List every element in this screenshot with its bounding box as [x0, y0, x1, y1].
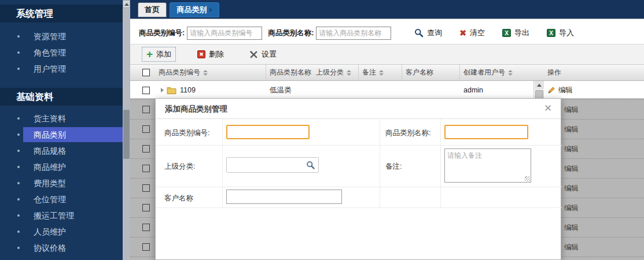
grid-toolbar: + 添加 ✖ 删除 设置	[130, 44, 644, 65]
sidebar-item-label: 人员维护	[34, 224, 66, 239]
search-icon[interactable]	[306, 161, 315, 170]
sidebar-item-label: 费用类型	[34, 176, 66, 191]
search-bar: 商品类别编号: 商品类别名称: 查询 ✖ 清空 X 导出 X 导入	[130, 22, 644, 44]
import-button[interactable]: X 导入	[547, 28, 574, 38]
bullet-icon	[17, 182, 20, 184]
bullet-icon	[17, 68, 20, 70]
modal-parent-combo[interactable]	[226, 157, 319, 173]
sidebar-scrollbar[interactable]	[123, 0, 130, 260]
header-customer-name[interactable]: 客户名称	[402, 65, 460, 80]
query-button[interactable]: 查询	[414, 28, 442, 38]
add-button[interactable]: + 添加	[142, 47, 176, 62]
select-all-checkbox[interactable]	[142, 69, 150, 76]
category-code-value: 1109	[180, 86, 196, 94]
sidebar-item-label: 商品维护	[34, 159, 66, 174]
category-code-label: 商品类别编号:	[139, 28, 185, 38]
sidebar-item-label: 角色管理	[34, 45, 66, 60]
export-button[interactable]: X 导出	[502, 28, 529, 38]
scroll-up-icon[interactable]	[535, 81, 544, 89]
grid-line	[156, 207, 562, 208]
header-checkbox-cell	[139, 65, 155, 80]
category-name-input[interactable]	[316, 27, 391, 40]
header-parent-category[interactable]: 上级分类	[312, 65, 359, 80]
grid-line	[380, 119, 380, 207]
clear-x-icon: ✖	[459, 28, 466, 38]
tab-home[interactable]: 首页	[138, 2, 167, 17]
close-icon[interactable]: ✕	[542, 103, 554, 114]
bullet-icon	[17, 133, 20, 136]
sort-icon	[347, 70, 351, 76]
grid-line	[222, 119, 223, 207]
sidebar-item-product-maintenance[interactable]: 商品维护	[0, 159, 123, 174]
sort-icon	[508, 70, 513, 76]
tab-product-category[interactable]: 商品类别	[170, 2, 219, 17]
resize-grip-icon[interactable]	[525, 176, 530, 181]
sidebar-item-warehouse-location[interactable]: 仓位管理	[0, 192, 123, 207]
sidebar-item-product-category[interactable]: 商品类别	[23, 127, 123, 142]
header-creator[interactable]: 创建者用户号	[460, 65, 533, 80]
edit-button[interactable]: 编辑	[547, 86, 573, 95]
bullet-icon	[17, 247, 20, 249]
tools-icon	[249, 50, 258, 59]
scroll-up-icon[interactable]	[123, 0, 130, 8]
sidebar-item-label: 货主资料	[34, 111, 66, 126]
settings-button[interactable]: 设置	[245, 47, 281, 61]
excel-icon: X	[502, 29, 511, 37]
search-icon	[414, 28, 424, 38]
clear-button[interactable]: ✖ 清空	[459, 28, 485, 38]
plus-icon: +	[146, 50, 153, 58]
sidebar-item-shipper-data[interactable]: 货主资料	[0, 111, 123, 126]
tab-label: 首页	[145, 5, 160, 14]
header-category-name[interactable]: 商品类别名称	[266, 65, 312, 80]
export-label: 导出	[514, 28, 529, 38]
import-label: 导入	[559, 28, 574, 38]
modal-name-label: 商品类别名称:	[385, 128, 430, 138]
scrollbar-thumb[interactable]	[123, 110, 130, 159]
sidebar-item-resource-management[interactable]: 资源管理	[0, 29, 123, 44]
delete-icon: ✖	[197, 50, 205, 58]
sidebar-item-label: 用户管理	[34, 61, 66, 76]
cell-creator: admin	[460, 81, 533, 99]
header-action: 操作	[544, 65, 644, 80]
page: 系统管理 资源管理 角色管理 用户管理 基础资料 货主资料 商品类别 商品规格	[0, 0, 644, 260]
header-remark[interactable]: 备注	[359, 65, 402, 80]
tab-bar: 首页 商品类别	[130, 0, 644, 19]
modal-name-input[interactable]	[444, 125, 528, 139]
cell-category-name: 低温类	[266, 81, 312, 99]
category-code-input[interactable]	[187, 27, 262, 40]
delete-button[interactable]: ✖ 删除	[193, 47, 228, 61]
bullet-icon	[17, 166, 20, 168]
sidebar-item-label: 仓位管理	[34, 192, 66, 207]
section-title: 基础资料	[16, 92, 53, 102]
sidebar-item-agreement-price[interactable]: 协议价格	[0, 240, 123, 255]
bullet-icon	[17, 35, 20, 38]
bullet-icon	[17, 51, 20, 54]
sidebar-item-personnel-maintenance[interactable]: 人员维护	[0, 224, 123, 239]
sidebar-item-fee-type[interactable]: 费用类型	[0, 176, 123, 191]
bullet-icon	[17, 198, 20, 200]
expand-arrow-icon[interactable]	[161, 88, 164, 92]
table-row[interactable]: 1109 低温类 admin 编辑	[130, 81, 644, 100]
modal-code-label: 商品类别编号:	[164, 128, 209, 138]
cell-category-code: 1109	[155, 81, 266, 99]
modal-remark-textarea[interactable]	[444, 148, 531, 183]
row-checkbox[interactable]	[142, 87, 150, 94]
sidebar: 系统管理 资源管理 角色管理 用户管理 基础资料 货主资料 商品类别 商品规格	[0, 0, 130, 260]
pencil-icon	[547, 86, 555, 94]
modal-title: 添加商品类别管理	[156, 99, 561, 119]
cell-parent-category	[312, 81, 359, 99]
sidebar-item-porter-management[interactable]: 搬运工管理	[0, 208, 123, 223]
header-category-code[interactable]: 商品类别编号	[155, 65, 266, 80]
folder-icon	[167, 86, 176, 94]
sidebar-item-role-management[interactable]: 角色管理	[0, 45, 123, 60]
sort-icon	[203, 70, 208, 76]
modal-customer-label: 客户名称	[164, 194, 193, 203]
modal-customer-input[interactable]	[226, 190, 342, 204]
sidebar-item-user-management[interactable]: 用户管理	[0, 61, 123, 76]
settings-label: 设置	[262, 49, 277, 60]
sidebar-item-label: 商品类别	[34, 127, 66, 142]
sidebar-item-label: 搬运工管理	[34, 208, 74, 223]
modal-code-input[interactable]	[226, 125, 310, 139]
section-title: 系统管理	[16, 9, 53, 18]
sidebar-item-product-spec[interactable]: 商品规格	[0, 143, 123, 158]
